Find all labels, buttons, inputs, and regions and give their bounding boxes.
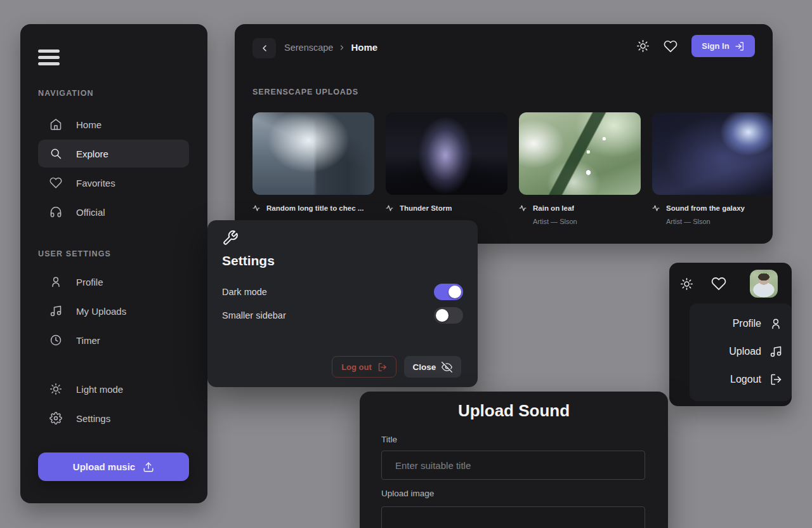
title-field-label: Title (381, 435, 397, 444)
music-note-icon (49, 305, 62, 317)
sidebar-item-label: Favorites (76, 178, 115, 188)
sign-in-button[interactable]: Sign In (691, 35, 755, 57)
sidebar-item-label: Timer (76, 335, 100, 346)
breadcrumb-page: Home (351, 42, 377, 53)
log-out-button[interactable]: Log out (332, 356, 396, 378)
menu-item-upload[interactable]: Upload (690, 338, 792, 366)
sidebar-item-profile[interactable]: Profile (38, 268, 189, 296)
sidebar-item-settings[interactable]: Settings (38, 404, 189, 432)
sidebar-item-official[interactable]: Official (38, 198, 189, 226)
sun-icon (49, 383, 62, 395)
upload-music-label: Upload music (73, 461, 135, 472)
card-image-galaxy[interactable] (652, 112, 773, 195)
menu-item-label: Profile (733, 318, 761, 329)
hamburger-menu-icon[interactable] (38, 50, 60, 65)
settings-modal-title: Settings (222, 253, 275, 268)
app-background: NAVIGATION Home Explore Favorites (0, 0, 812, 528)
user-dropdown-menu: Profile Upload Logout (690, 303, 792, 401)
upload-modal-title: Upload Sound (360, 401, 668, 421)
card-title: Sound from the galaxy (666, 204, 745, 212)
music-note-icon (769, 345, 782, 358)
smaller-sidebar-toggle[interactable] (434, 307, 463, 324)
dark-mode-toggle[interactable] (434, 284, 463, 300)
login-icon (735, 41, 745, 51)
log-out-label: Log out (341, 362, 372, 372)
sound-card[interactable]: Sound from the galaxy Artist — Slson (652, 112, 773, 225)
heart-icon (49, 176, 62, 189)
sidebar: NAVIGATION Home Explore Favorites (20, 24, 207, 503)
wrench-icon (222, 230, 239, 246)
sidebar-item-explore[interactable]: Explore (38, 140, 189, 168)
setting-label: Dark mode (222, 287, 267, 297)
sidebar-item-label: Official (76, 207, 105, 218)
menu-item-profile[interactable]: Profile (690, 310, 792, 338)
sign-in-label: Sign In (702, 41, 729, 51)
sound-wave-icon (386, 204, 393, 212)
image-field-label: Upload image (381, 489, 434, 498)
setting-row-smaller-sidebar: Smaller sidebar (222, 307, 463, 324)
sound-card[interactable]: Random long title to chec ... (252, 112, 374, 225)
upload-sound-modal: Upload Sound Title Upload image Select a… (360, 392, 668, 528)
settings-modal: Settings Dark mode Smaller sidebar Log o… (207, 220, 478, 387)
user-icon (49, 275, 62, 288)
title-input[interactable] (381, 451, 645, 480)
clock-icon (49, 334, 62, 346)
sidebar-item-label: My Uploads (76, 306, 126, 317)
back-button[interactable] (252, 38, 276, 58)
sidebar-item-my-uploads[interactable]: My Uploads (38, 297, 189, 325)
breadcrumb-app[interactable]: Serenscape (284, 43, 333, 53)
sidebar-item-label: Explore (76, 148, 108, 159)
menu-item-label: Upload (729, 346, 761, 357)
sidebar-item-label: Profile (76, 277, 103, 287)
sound-wave-icon (519, 204, 527, 212)
sidebar-section-navigation: NAVIGATION (38, 89, 94, 98)
close-label: Close (413, 362, 436, 372)
heart-icon[interactable] (664, 39, 678, 53)
setting-row-dark-mode: Dark mode (222, 284, 463, 300)
sidebar-nav-list: Home Explore Favorites Official (38, 110, 189, 226)
sidebar-item-label: Settings (76, 413, 110, 424)
sidebar-item-home[interactable]: Home (38, 110, 189, 138)
card-artist: Artist — Slson (652, 218, 773, 225)
sidebar-item-label: Light mode (76, 384, 123, 395)
headphones-icon (49, 206, 62, 218)
toggle-knob (449, 286, 461, 298)
user-icon (769, 317, 782, 330)
sun-icon[interactable] (680, 277, 693, 291)
sound-wave-icon (252, 204, 260, 212)
card-image-cliff[interactable] (252, 112, 374, 195)
card-image-leaf[interactable] (519, 112, 641, 195)
home-icon (49, 118, 62, 131)
toggle-knob (436, 309, 449, 322)
card-title: Rain on leaf (533, 204, 574, 212)
logout-icon (769, 373, 782, 386)
sidebar-item-light-mode[interactable]: Light mode (38, 375, 189, 403)
close-button[interactable]: Close (404, 356, 461, 378)
user-panel: Profile Upload Logout (669, 263, 792, 406)
sun-icon[interactable] (636, 39, 650, 53)
settings-modal-actions: Log out Close (332, 356, 461, 378)
sidebar-footer-list: Light mode Settings (38, 375, 189, 432)
sidebar-section-user-settings: USER SETTINGS (38, 249, 111, 258)
card-title: Thunder Storm (400, 204, 452, 212)
card-artist: Artist — Slson (519, 218, 641, 225)
sound-card[interactable]: Thunder Storm (386, 112, 508, 225)
logout-icon (377, 362, 387, 372)
gear-icon (49, 412, 62, 425)
main-panel: Serenscape Home Sign In (235, 24, 773, 244)
user-panel-header (669, 263, 792, 303)
uploads-card-row: Random long title to chec ... Thunder St… (252, 112, 773, 225)
eye-off-icon (442, 362, 452, 373)
heart-icon[interactable] (711, 276, 726, 291)
setting-label: Smaller sidebar (222, 310, 286, 320)
main-header: Serenscape Home Sign In (235, 24, 773, 65)
sidebar-item-timer[interactable]: Timer (38, 326, 189, 354)
image-file-input[interactable]: Select a image file (.jpeg, .png) (381, 506, 645, 528)
card-image-storm[interactable] (386, 112, 508, 195)
sound-card[interactable]: Rain on leaf Artist — Slson (519, 112, 641, 225)
sidebar-item-favorites[interactable]: Favorites (38, 169, 189, 197)
avatar[interactable] (750, 270, 778, 298)
upload-music-button[interactable]: Upload music (38, 452, 189, 481)
sidebar-item-label: Home (76, 119, 102, 130)
menu-item-logout[interactable]: Logout (690, 366, 792, 393)
